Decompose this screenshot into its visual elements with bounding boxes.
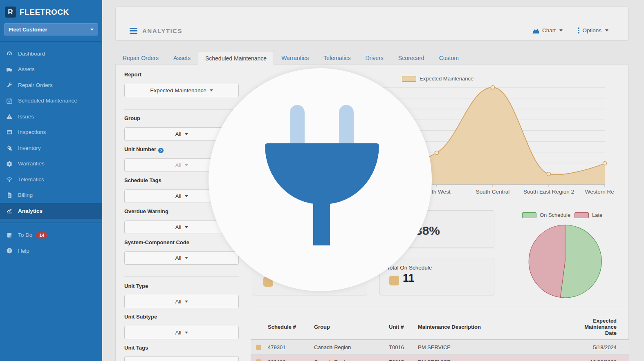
wrench-icon xyxy=(6,82,13,88)
overdue-warning-filter-label: Overdue Warning xyxy=(124,208,168,214)
tab-drivers[interactable]: Drivers xyxy=(358,51,390,65)
section-divider xyxy=(253,309,629,309)
cell-schedule: 360486 xyxy=(265,355,312,361)
unit-tags-filter-select[interactable] xyxy=(124,356,239,361)
col-unit[interactable]: Unit # xyxy=(386,314,415,340)
pie-slice-late[interactable] xyxy=(529,225,565,297)
col-expected-date[interactable]: Expected Maintenance Date xyxy=(571,314,629,340)
cell-schedule: 479301 xyxy=(265,340,312,355)
caret-down-icon xyxy=(185,332,188,334)
sidebar-item-warranties[interactable]: Warranties xyxy=(0,156,102,172)
sidebar-item-inspections[interactable]: Inspections xyxy=(0,125,102,140)
schedule-color-chip xyxy=(256,359,261,361)
sidebar-item-repair-orders[interactable]: Repair Orders xyxy=(0,77,102,93)
report-filter-select[interactable]: Expected Maintenance xyxy=(124,84,239,97)
sidebar-item-scheduled-maintenance[interactable]: Scheduled Maintenance xyxy=(0,93,102,109)
sidebar-item-label: Inspections xyxy=(18,129,46,135)
tab-repair-orders[interactable]: Repair Orders xyxy=(115,51,166,65)
sidebar-item-inventory[interactable]: Inventory xyxy=(0,140,102,156)
tab-scorecard[interactable]: Scorecard xyxy=(391,51,432,65)
pie-legend-on-schedule: On Schedule xyxy=(522,212,570,218)
tab-custom[interactable]: Custom xyxy=(432,51,466,65)
tab-warranties[interactable]: Warranties xyxy=(274,51,316,65)
cell-date: 12/23/2023 xyxy=(571,355,629,361)
dashboard-icon xyxy=(6,50,13,57)
sidebar-item-telematics[interactable]: Telematics xyxy=(0,172,102,187)
data-point-north-west[interactable] xyxy=(435,151,439,155)
cell-description: PM SERVICE xyxy=(415,355,571,361)
todo-count-badge: 14 xyxy=(36,232,47,238)
chart-dropdown[interactable]: Chart xyxy=(532,27,563,33)
sidebar-item-analytics[interactable]: Analytics xyxy=(0,203,102,219)
col-schedule[interactable]: Schedule # xyxy=(265,314,312,340)
x-tick-label: Western Region xyxy=(585,189,614,195)
svg-text:?: ? xyxy=(8,249,11,253)
pie-slice-on-schedule[interactable] xyxy=(560,225,601,298)
warning-triangle-icon xyxy=(6,113,13,120)
sidebar-item-help[interactable]: ? Help xyxy=(0,243,102,259)
sidebar-item-label: Scheduled Maintenance xyxy=(18,98,77,104)
sidebar-item-todo[interactable]: To Do 14 xyxy=(0,227,102,243)
truck-icon xyxy=(6,66,13,73)
x-tick-label: South Central xyxy=(476,189,510,195)
col-group[interactable]: Group xyxy=(312,314,386,340)
sidebar-item-billing[interactable]: Billing xyxy=(0,187,102,203)
line-chart-icon xyxy=(6,207,13,214)
caret-down-icon xyxy=(185,164,188,166)
table-row[interactable]: 360486 Canada Region T0015 PM SERVICE 12… xyxy=(251,355,629,361)
sidebar-item-label: Help xyxy=(18,248,29,254)
schedule-color-chip xyxy=(256,345,261,350)
area-fill xyxy=(401,87,605,185)
caret-down-icon xyxy=(559,29,563,31)
system-component-code-filter-select[interactable]: All xyxy=(124,251,239,265)
ellipsis-v-icon xyxy=(578,27,580,33)
options-dropdown[interactable]: Options xyxy=(578,27,608,33)
data-point-south-east-region-2[interactable] xyxy=(547,172,551,176)
tab-telematics[interactable]: Telematics xyxy=(316,51,358,65)
legend-swatch-on-schedule xyxy=(522,212,536,218)
sidebar-item-assets[interactable]: Assets xyxy=(0,62,102,78)
caret-down-icon xyxy=(90,29,94,31)
data-point-western-region[interactable] xyxy=(603,162,607,165)
on-schedule-pie-chart xyxy=(526,223,604,300)
table-header-row: Schedule # Group Unit # Maintenance Desc… xyxy=(251,314,629,340)
list-icon xyxy=(6,129,13,136)
cell-group: Canada Region xyxy=(312,340,386,355)
tab-assets[interactable]: Assets xyxy=(166,51,198,65)
help-circle-icon[interactable]: ? xyxy=(158,148,164,153)
unit-subtype-filter-select[interactable]: All xyxy=(124,326,239,339)
system-component-code-filter-value: All xyxy=(175,255,181,261)
options-dropdown-label: Options xyxy=(582,27,601,33)
data-point-south-central[interactable] xyxy=(491,86,495,89)
question-circle-icon: ? xyxy=(6,247,13,254)
calendar-check-icon xyxy=(6,98,13,104)
tab-scheduled-maintenance[interactable]: Scheduled Maintenance xyxy=(198,51,274,66)
caret-down-icon xyxy=(605,29,608,31)
plug-prong-right xyxy=(339,105,354,145)
unit-number-filter-value: All xyxy=(175,162,181,168)
unit-type-filter-value: All xyxy=(175,299,181,305)
sidebar-item-dashboard[interactable]: Dashboard xyxy=(0,46,102,62)
caret-down-icon xyxy=(185,226,188,228)
sidebar-item-issues[interactable]: Issues xyxy=(0,109,102,125)
cell-unit: T0016 xyxy=(386,340,415,355)
system-component-code-filter-label: System-Component Code xyxy=(124,239,189,245)
brand-logo-icon: R xyxy=(5,7,16,18)
report-filter-value: Expected Maintenance xyxy=(150,87,206,94)
customer-select[interactable]: Fleet Customer xyxy=(4,23,98,36)
sidebar-item-label: Repair Orders xyxy=(18,82,53,88)
page-title: ANALYTICS xyxy=(142,27,182,34)
table-row[interactable]: 479301 Canada Region T0016 PM SERVICE 5/… xyxy=(251,340,629,355)
hamburger-menu-icon[interactable] xyxy=(130,28,137,35)
legend-label: Late xyxy=(592,212,602,218)
x-tick-label: South East Region 2 xyxy=(523,189,574,195)
schedule-tags-filter-value: All xyxy=(175,193,181,199)
unit-type-filter-select[interactable]: All xyxy=(124,295,239,308)
brand-name: FLEETROCK xyxy=(20,8,69,17)
col-description[interactable]: Maintenance Description xyxy=(415,314,571,340)
unit-number-filter-label: Unit Number? xyxy=(124,146,164,153)
plug-icon xyxy=(265,143,379,204)
report-filter-label: Report xyxy=(124,71,141,78)
sidebar-divider xyxy=(0,223,102,223)
sidebar-footer-nav: To Do 14 ? Help xyxy=(0,227,102,259)
